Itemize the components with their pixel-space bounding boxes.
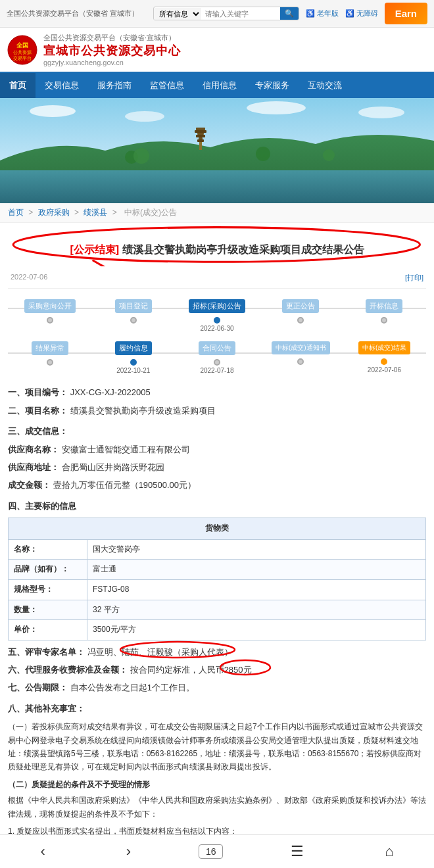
info-type-select[interactable]: 所有信息 [154,8,201,20]
nav-item-credit[interactable]: 信用信息 [193,73,246,98]
timeline-step-6[interactable]: 结果异常 [8,341,91,367]
expert-value: 冯亚明、 陆茹、汪毅骏（采购人代表） [87,647,233,657]
search-box[interactable]: 所有信息 🔍 [153,7,299,20]
breadcrumb-sep3: > [112,208,117,217]
supplier-addr-value: 合肥蜀山区井岗路沃野花园 [62,462,164,472]
expert-label: 五、评审专家名单： [8,647,85,657]
announcement-title-text: 绩溪县交警执勤岗亭升级改造采购项目成交结果公告 [122,244,364,255]
project-number: 一、项目编号： JXX-CG-XJ-2022005 [8,385,426,400]
publicity-label: 七、公告期限： [8,683,68,692]
platform-info: 全国公共资源交易平台（安徽省 宣城市） [7,9,139,18]
timeline-step-1[interactable]: 采购意向公开 [8,299,91,325]
timeline-step-5[interactable]: 开标信息 [343,299,426,325]
timeline-step-10[interactable]: 中标(成交)结果 2022-07-06 [343,341,426,374]
svg-point-20 [323,149,335,161]
supplement-title: 八、其他补充事宜： [8,701,426,716]
body-para-1: （一）若投标供应商对成交结果有异议，可在成交公告期限届满之日起7个工作日内以书面… [8,720,426,774]
timeline-section-1: 采购意向公开 项目登记 招标(采购)公告 2022-06-30 更正公告 开标信… [8,295,426,333]
supplier-name-value: 安徽富士通智能交通工程有限公司 [62,445,190,454]
nav-back-button[interactable]: ‹ [27,840,58,863]
print-link[interactable]: [打印] [405,273,423,283]
step-btn-award-result[interactable]: 中标(成交)结果 [358,341,410,354]
earn-badge[interactable]: Earn [385,3,427,24]
step-btn-result-abnormal[interactable]: 结果异常 [32,341,68,355]
title-section: [公示结束] 绩溪县交警执勤岗亭升级改造采购项目成交结果公告 [8,229,426,266]
svg-point-24 [220,660,270,675]
status-tag: [公示结束] [70,244,119,255]
timeline-step-2[interactable]: 项目登记 [91,299,175,325]
platform-name: 全国公共资源交易平台（安徽省 宣城市） [7,9,139,18]
nav-item-expert[interactable]: 专家服务 [246,73,299,98]
publicity-value: 自本公告发布之日起1个工作日。 [70,683,195,692]
supplier-name: 供应商名称： 安徽富士通智能交通工程有限公司 [8,442,426,457]
breadcrumb-gov-purchase[interactable]: 政府采购 [38,208,70,217]
breadcrumb-current: 中标(成交)公告 [124,208,177,217]
hero-svg [0,98,434,203]
step-btn-purchase-intention[interactable]: 采购意向公开 [24,299,76,313]
svg-rect-5 [0,170,434,203]
step-btn-fulfillment[interactable]: 履约信息 [115,341,152,355]
project-name: 二、项目名称： 绩溪县交警执勤岗亭升级改造采购项目 [8,403,426,418]
supplier-name-label: 供应商名称： [8,445,59,454]
nav-home-button[interactable]: ⌂ [372,840,406,863]
step-btn-bid-open[interactable]: 开标信息 [366,299,402,313]
step-btn-contract[interactable]: 合同公告 [199,341,235,355]
nav-item-supervision[interactable]: 监管信息 [141,73,193,98]
step-btn-correction[interactable]: 更正公告 [282,299,319,313]
step-dot-8 [214,359,220,366]
goods-table: 货物类 名称： 国大交警岗亭 品牌（如有）： 富士通 规格型号： FSTJG-0… [8,518,426,640]
search-input[interactable] [201,9,280,19]
accessible-link[interactable]: ♿ 无障碍 [345,9,378,18]
table-header: 货物类 [9,518,426,540]
supplier-addr: 供应商地址： 合肥蜀山区井岗路沃野花园 [8,460,426,475]
expert-oval-annotation [118,640,237,659]
step-date-7: 2022-10-21 [116,367,150,374]
nav-menu-button[interactable]: ☰ [277,840,317,863]
expert-section: 五、评审专家名单： 冯亚明、 陆茹、汪毅骏（采购人代表） [8,644,426,660]
breadcrumb-sep1: > [28,208,33,217]
breadcrumb-home[interactable]: 首页 [8,208,24,217]
step-dot-10 [381,358,387,365]
nav-page-number[interactable]: 16 [199,844,224,859]
breadcrumb: 首页 > 政府采购 > 绩溪县 > 中标(成交)公告 [0,203,434,223]
step-date-3: 2022-06-30 [200,325,233,332]
timeline-step-4[interactable]: 更正公告 [259,299,343,325]
transaction-amount: 成交金额： 壹拾九万零伍佰元整（190500.00元） [8,477,426,493]
project-name-label: 二、项目名称： [8,406,68,416]
timeline-step-7[interactable]: 履约信息 2022-10-21 [91,341,175,374]
svg-rect-8 [197,133,204,135]
nav-forward-button[interactable]: › [113,840,144,863]
elder-mode-link[interactable]: ♿ 老年版 [306,9,339,18]
transaction-amount-label: 成交金额： [8,480,51,490]
search-button[interactable]: 🔍 [280,7,299,20]
svg-point-14 [247,101,306,114]
hero-image [0,98,434,203]
svg-rect-9 [196,135,205,137]
publicity-section: 七、公告期限： 自本公告发布之日起1个工作日。 [8,680,426,695]
nav-item-home[interactable]: 首页 [0,73,36,98]
nav-item-trade[interactable]: 交易信息 [36,73,88,98]
nav-item-service[interactable]: 服务指南 [88,73,141,98]
body-para-3: 根据《中华人民共和国政府采购法》《中华人民共和国政府采购法实施条例》、财政部《政… [8,794,426,821]
svg-rect-6 [196,128,205,130]
top-bar-right: 所有信息 🔍 ♿ 老年版 ♿ 无障碍 Earn [153,3,427,24]
nav-item-interaction[interactable]: 互动交流 [299,73,351,98]
meta-row: 2022-07-06 [打印] [8,273,426,289]
step-btn-award-notice[interactable]: 中标(成交)通知书 [272,341,330,354]
timeline-step-3[interactable]: 招标(采购)公告 2022-06-30 [175,299,258,332]
breadcrumb-county[interactable]: 绩溪县 [84,208,107,217]
step-btn-tender-notice[interactable]: 招标(采购)公告 [189,299,245,313]
svg-point-19 [256,147,270,161]
table-cell-val-3: FSTJG-08 [87,579,426,600]
transaction-amount-value: 壹拾九万零伍佰元整（190500.00元） [53,480,196,490]
step-dot-1 [47,317,53,324]
timeline-row-1: 采购意向公开 项目登记 招标(采购)公告 2022-06-30 更正公告 开标信… [8,295,426,333]
agency-section: 六、代理服务收费标准及金额： 按合同约定标准，人民币 2850元 [8,662,426,677]
svg-text:全国: 全国 [16,42,28,49]
timeline-step-9[interactable]: 中标(成交)通知书 [259,341,343,366]
header: 全国 公共资源 交易平台 全国公共资源交易平台（安徽省·宣城市） 宣城市公共资源… [0,28,434,73]
svg-rect-11 [197,139,204,142]
logo-main-text: 宣城市公共资源交易中心 [43,43,181,59]
timeline-step-8[interactable]: 合同公告 2022-07-18 [175,341,258,374]
step-btn-project-register[interactable]: 项目登记 [115,299,152,313]
